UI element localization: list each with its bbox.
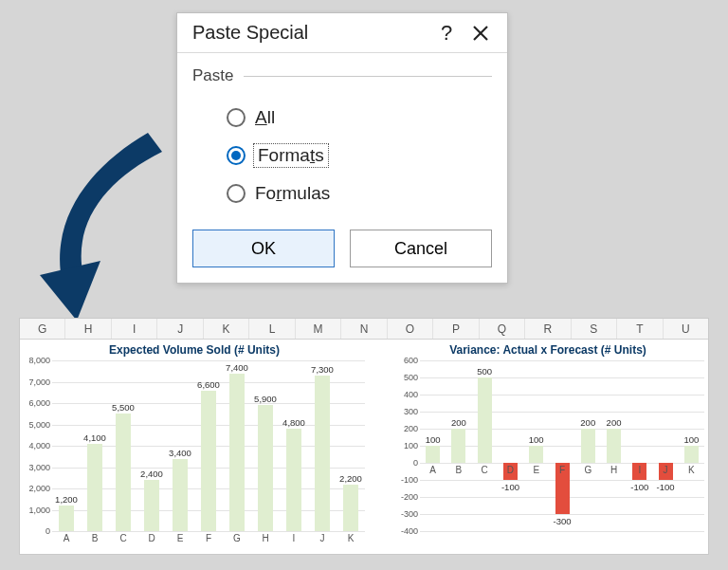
column-headers: GHIJKLMNOPQRSTU	[20, 319, 708, 340]
column-header[interactable]: H	[65, 319, 111, 339]
y-tick-label: 200	[404, 424, 418, 433]
y-tick-label: 8,000	[28, 356, 50, 365]
column-header[interactable]: T	[617, 319, 663, 339]
bar-value-label: 200	[451, 417, 466, 428]
y-tick-label: 500	[404, 373, 418, 382]
y-tick-label: -200	[401, 492, 418, 502]
x-tick-label: C	[482, 465, 488, 475]
bar-value-label: 3,400	[169, 448, 191, 458]
column-header[interactable]: S	[572, 319, 617, 339]
bar	[59, 506, 75, 531]
column-header[interactable]: R	[525, 319, 571, 339]
radiobutton-icon	[227, 108, 246, 127]
x-tick-label: D	[148, 533, 155, 543]
bar	[144, 480, 160, 531]
chart-title: Variance: Actual x Forecast (# Units)	[391, 343, 704, 357]
help-icon[interactable]: ?	[429, 16, 464, 50]
x-tick-label: I	[638, 465, 641, 475]
y-tick-label: -400	[401, 526, 418, 536]
paste-special-dialog: Paste Special ? Paste All Formats Formul…	[176, 12, 508, 284]
radiobutton-icon	[227, 184, 246, 203]
bar-value-label: 200	[580, 417, 595, 428]
y-tick-label: 4,000	[28, 441, 50, 450]
radiobutton-icon	[227, 146, 246, 165]
y-tick-label: 1,000	[28, 506, 50, 515]
dialog-titlebar: Paste Special ?	[177, 13, 507, 53]
radio-formulas-label: Formulas	[255, 183, 330, 204]
y-tick-label: 0	[413, 458, 418, 468]
bar-value-label: 5,900	[254, 394, 277, 404]
column-header[interactable]: P	[433, 319, 479, 339]
bar-value-label: 200	[607, 417, 622, 428]
bar-value-label: -100	[657, 482, 675, 492]
column-header[interactable]: Q	[480, 319, 525, 339]
bar	[529, 446, 543, 463]
x-tick-label: B	[92, 533, 99, 543]
column-header[interactable]: K	[204, 319, 249, 339]
column-header[interactable]: N	[341, 319, 387, 339]
x-tick-label: D	[507, 465, 514, 475]
y-tick-label: 2,000	[28, 484, 50, 493]
y-tick-label: 100	[404, 441, 418, 450]
bar	[343, 485, 359, 532]
column-header[interactable]: U	[664, 319, 708, 339]
bar-value-label: 4,100	[83, 432, 106, 443]
bar-value-label: -100	[630, 482, 648, 492]
radio-formats[interactable]: Formats	[227, 137, 492, 175]
variance-chart: Variance: Actual x Forecast (# Units) -4…	[391, 343, 704, 550]
column-header[interactable]: L	[249, 319, 295, 339]
bar	[201, 391, 217, 532]
column-header[interactable]: I	[112, 319, 157, 339]
x-tick-label: F	[206, 533, 211, 543]
y-tick-label: 7,000	[28, 377, 50, 387]
x-axis: ABCDEFGHIJK	[52, 533, 365, 546]
dialog-title: Paste Special	[192, 22, 308, 44]
radio-all-label: All	[255, 107, 275, 128]
cancel-button[interactable]: Cancel	[350, 230, 492, 267]
paste-group-label: Paste	[192, 66, 492, 85]
x-tick-label: G	[584, 465, 592, 475]
bars: 100200500-100100-300200200-100-100100	[420, 360, 704, 531]
y-axis: 01,0002,0003,0004,0005,0006,0007,0008,00…	[24, 360, 52, 531]
bars: 1,2004,1005,5002,4003,4006,6007,4005,900…	[52, 360, 365, 531]
x-tick-label: C	[119, 533, 126, 543]
bar	[173, 459, 189, 532]
x-tick-label: A	[64, 533, 70, 543]
y-tick-label: 6,000	[28, 398, 50, 408]
column-header[interactable]: O	[388, 319, 433, 339]
bar-value-label: -300	[553, 516, 571, 526]
bar-value-label: 100	[426, 434, 441, 445]
column-header[interactable]: G	[20, 319, 65, 339]
x-tick-label: B	[456, 465, 463, 475]
y-tick-label: 5,000	[28, 420, 50, 430]
bar-value-label: 100	[529, 434, 544, 445]
x-tick-label: G	[233, 533, 241, 543]
bar-value-label: 500	[477, 366, 492, 377]
bar-value-label: 2,200	[339, 473, 362, 484]
y-tick-label: 3,000	[28, 463, 50, 472]
x-tick-label: J	[664, 465, 668, 475]
bar-value-label: 5,500	[112, 402, 135, 413]
bar	[684, 446, 699, 463]
bar	[87, 444, 103, 531]
bar	[315, 376, 331, 531]
y-tick-label: -100	[401, 475, 418, 485]
column-header[interactable]: M	[296, 319, 341, 339]
y-tick-label: 0	[46, 526, 50, 536]
x-tick-label: K	[348, 533, 355, 543]
x-tick-label: E	[177, 533, 184, 543]
bar	[286, 429, 302, 531]
bar-value-label: 7,400	[226, 362, 248, 373]
bar	[116, 414, 132, 531]
x-tick-label: F	[559, 465, 565, 475]
radio-formulas[interactable]: Formulas	[227, 175, 492, 212]
x-tick-label: H	[610, 465, 617, 475]
radio-all[interactable]: All	[227, 99, 492, 137]
ok-button[interactable]: OK	[192, 230, 335, 267]
close-icon[interactable]	[464, 16, 498, 50]
gridline	[52, 531, 365, 532]
bar	[607, 429, 621, 463]
chart-title: Expected Volume Sold (# Units)	[24, 343, 365, 357]
x-tick-label: K	[688, 465, 695, 475]
column-header[interactable]: J	[157, 319, 203, 339]
